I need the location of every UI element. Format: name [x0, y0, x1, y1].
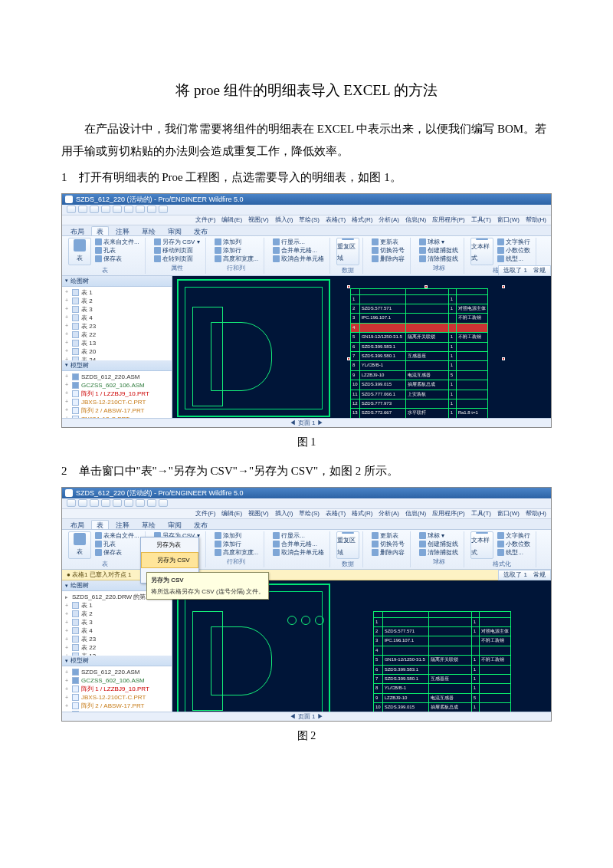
ribbon-tab[interactable]: 布局	[65, 226, 90, 235]
bom-table[interactable]: 112SZDS.577.5711对照电源主体3IPC.196.107.1不附工装…	[350, 288, 488, 428]
ribbon-button[interactable]: 重复区域	[336, 531, 359, 559]
ribbon-tab[interactable]: 草绘	[136, 226, 161, 235]
menu-item[interactable]: 表格(T)	[326, 214, 346, 225]
ribbon-tab[interactable]: 注释	[110, 226, 135, 235]
menu-item[interactable]: 分析(A)	[379, 508, 399, 519]
ribbon-button[interactable]: 表来自文件...	[93, 531, 142, 540]
qat-button[interactable]	[90, 499, 99, 507]
qat-button[interactable]	[136, 499, 145, 507]
qat-button[interactable]	[78, 499, 87, 507]
ribbon-tab[interactable]: 审阅	[162, 226, 187, 235]
menu-item[interactable]: 帮助(H)	[526, 508, 546, 519]
qat-button[interactable]	[124, 499, 133, 507]
menu-item[interactable]: 插入(I)	[275, 508, 293, 519]
tree-item[interactable]: +表 13	[64, 339, 170, 347]
qat-button[interactable]	[90, 205, 99, 213]
menu-item[interactable]: 信息(N)	[405, 214, 426, 225]
selection-handle[interactable]	[502, 285, 505, 288]
drawing-canvas[interactable]: 112SZDS.577.5711对照电源主体3IPC.196.107.1不附工装…	[172, 580, 551, 722]
tree-item[interactable]: +表 23	[64, 322, 170, 330]
sheet-tab[interactable]: ◀ 页面 1 ▶	[67, 417, 546, 428]
ribbon-button[interactable]: 清除捕捉线	[417, 548, 461, 557]
menu-item[interactable]: 帮助(H)	[526, 214, 546, 225]
ribbon-button[interactable]: 表	[68, 238, 91, 265]
tree-item[interactable]: +表 22	[64, 643, 170, 652]
ribbon-tab[interactable]: 表	[91, 226, 109, 235]
qat-button[interactable]	[147, 499, 156, 507]
selection-handle[interactable]	[425, 285, 428, 288]
qat-button[interactable]	[159, 205, 168, 213]
menu-item[interactable]: 视图(V)	[248, 508, 269, 519]
menu-item[interactable]: 信息(N)	[405, 508, 426, 519]
ribbon-button[interactable]: 文本样式	[470, 238, 493, 265]
qat-button[interactable]	[159, 499, 168, 507]
qat-button[interactable]	[101, 499, 110, 507]
tree-item[interactable]: +表 4	[64, 626, 170, 635]
menu-item[interactable]: 插入(I)	[275, 214, 293, 225]
menu-item[interactable]: 格式(R)	[352, 508, 372, 519]
menu-item[interactable]: 分析(A)	[379, 214, 399, 225]
tree-item[interactable]: +表 23	[64, 635, 170, 643]
menu-item[interactable]: 应用程序(P)	[432, 214, 465, 225]
menu-item[interactable]: 工具(T)	[471, 214, 491, 225]
qat-button[interactable]	[67, 499, 76, 507]
menu-item[interactable]: 草绘(S)	[299, 214, 320, 225]
ribbon-button[interactable]: 删除内容	[369, 255, 407, 263]
ribbon-tab[interactable]: 审阅	[162, 520, 187, 529]
tree-item[interactable]: +表 3	[64, 618, 170, 626]
tree-item[interactable]: +表 4	[64, 314, 170, 322]
ribbon-button[interactable]: 线型...	[495, 548, 533, 557]
selection-handle[interactable]	[347, 285, 350, 288]
tree-item[interactable]: +表 2	[64, 610, 170, 618]
ribbon-button[interactable]: 高度和宽度...	[212, 255, 261, 263]
menu-item[interactable]: 编辑(E)	[221, 214, 242, 225]
ribbon-button[interactable]: 重复区域	[336, 238, 359, 265]
menu-item[interactable]: 编辑(E)	[221, 508, 242, 519]
ribbon-button[interactable]: 线型...	[495, 255, 533, 263]
ribbon-tab[interactable]: 发布	[188, 520, 213, 529]
ribbon-button[interactable]: 取消合并单元格	[270, 255, 326, 263]
ribbon-button[interactable]: 保存表	[93, 548, 142, 557]
menu-item[interactable]: 草绘(S)	[299, 508, 320, 519]
tree-item[interactable]: +表 1	[64, 288, 170, 297]
ribbon-button[interactable]: 清除捕捉线	[417, 255, 461, 263]
ribbon-button[interactable]: 文本样式	[470, 531, 493, 559]
menu-item[interactable]: 表格(T)	[326, 508, 346, 519]
tree-item[interactable]: +表 20	[64, 347, 170, 356]
menu-item[interactable]: 文件(F)	[195, 508, 215, 519]
selection-handle[interactable]	[347, 357, 350, 360]
ribbon-button[interactable]: 取消合并单元格	[270, 548, 326, 557]
sheet-tab[interactable]: ◀ 页面 1 ▶	[67, 711, 546, 722]
ribbon-button[interactable]: 表来自文件...	[93, 238, 142, 246]
ribbon-tab[interactable]: 发布	[188, 226, 213, 235]
ribbon-tab[interactable]: 布局	[65, 520, 90, 529]
dropdown-item[interactable]: 另存为 CSV	[141, 552, 198, 568]
menu-item[interactable]: 窗口(W)	[497, 508, 520, 519]
drawing-canvas[interactable]: 112SZDS.577.5711对照电源主体3IPC.196.107.1不附工装…	[172, 276, 551, 428]
panel-header[interactable]: 模型树	[62, 656, 172, 666]
tree-item[interactable]: +表 3	[64, 305, 170, 314]
qat-button[interactable]	[113, 499, 122, 507]
ribbon-tab[interactable]: 草绘	[136, 520, 161, 529]
menu-item[interactable]: 窗口(W)	[497, 214, 520, 225]
ribbon-button[interactable]: 高度和宽度...	[212, 548, 261, 557]
qat-button[interactable]	[78, 205, 87, 213]
ribbon-button[interactable]: 保存表	[93, 255, 142, 263]
panel-header[interactable]: 模型树	[62, 360, 172, 371]
menu-item[interactable]: 应用程序(P)	[432, 508, 465, 519]
qat-button[interactable]	[147, 205, 156, 213]
panel-header[interactable]: 绘图树	[62, 276, 172, 287]
ribbon-button[interactable]: 删除内容	[369, 548, 407, 557]
qat-button[interactable]	[101, 205, 110, 213]
menu-item[interactable]: 格式(R)	[352, 214, 372, 225]
menu-item[interactable]: 视图(V)	[248, 214, 269, 225]
qat-button[interactable]	[136, 205, 145, 213]
ribbon-button[interactable]: 表	[68, 531, 91, 559]
qat-button[interactable]	[113, 205, 122, 213]
bom-table[interactable]: 112SZDS.577.5711对照电源主体3IPC.196.107.1不附工装…	[373, 611, 511, 722]
ribbon-tab[interactable]: 表	[91, 520, 109, 529]
tree-item[interactable]: +表 22	[64, 330, 170, 339]
ribbon-tab[interactable]: 注释	[110, 520, 135, 529]
selection-handle[interactable]	[502, 357, 505, 360]
qat-button[interactable]	[124, 205, 133, 213]
